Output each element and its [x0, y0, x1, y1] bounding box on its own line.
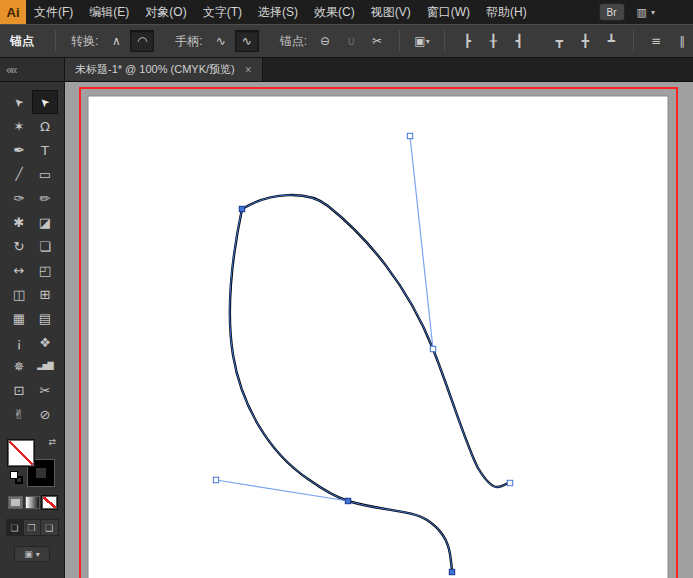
- eraser-tool[interactable]: ◪: [32, 210, 58, 234]
- perspective-grid-tool[interactable]: ⊞: [32, 282, 58, 306]
- default-fill-chip: [10, 471, 18, 479]
- gradient-button[interactable]: [25, 496, 40, 509]
- menu-item-6[interactable]: 视图(V): [363, 0, 419, 24]
- direct-selection-tool[interactable]: ➤: [32, 90, 58, 114]
- anchor-point-3[interactable]: [507, 480, 512, 485]
- lasso-tool[interactable]: Ω: [32, 114, 58, 138]
- screen-mode-button[interactable]: ▣ ▾: [14, 546, 50, 562]
- draw-normal-button[interactable]: ❏: [7, 520, 24, 535]
- align-bottom-button[interactable]: ┻: [599, 30, 623, 52]
- type-tool[interactable]: T: [32, 138, 58, 162]
- shape-builder-tool[interactable]: ◫: [6, 282, 32, 306]
- toolbar-collapse-button[interactable]: ««: [0, 58, 65, 81]
- eyedropper-icon: ¡: [16, 336, 21, 349]
- gradient-icon: ▤: [39, 312, 51, 325]
- distribute-vertical-button[interactable]: ≡: [644, 30, 668, 52]
- show-handles-button[interactable]: ∿: [235, 30, 259, 52]
- menu-item-1[interactable]: 编辑(E): [81, 0, 137, 24]
- anchor-point-5[interactable]: [407, 133, 412, 138]
- cut-path-button[interactable]: ✂: [365, 30, 389, 52]
- pencil-icon: ✏: [40, 192, 51, 205]
- rotate-tool[interactable]: ↻: [6, 234, 32, 258]
- symbol-sprayer-icon: ✵: [14, 360, 25, 373]
- distribute-horizontal-icon: ∥: [679, 34, 685, 48]
- gradient-tool[interactable]: ▤: [32, 306, 58, 330]
- anchor-point-0[interactable]: [239, 206, 244, 211]
- hide-handles-button[interactable]: ∿: [209, 30, 233, 52]
- convert-to-smooth-button[interactable]: ◠: [130, 30, 154, 52]
- magic-wand-icon: ✶: [14, 120, 25, 133]
- menu-item-5[interactable]: 效果(C): [306, 0, 363, 24]
- menu-item-3[interactable]: 文字(T): [195, 0, 250, 24]
- slice-tool[interactable]: ✂: [32, 378, 58, 402]
- document-tab[interactable]: 未标题-1* @ 100% (CMYK/预览) ×: [65, 58, 263, 81]
- blend-icon: ❖: [39, 336, 51, 349]
- bridge-button[interactable]: Br: [599, 3, 625, 21]
- convert-to-corner-button[interactable]: ∧: [104, 30, 128, 52]
- align-right-button[interactable]: ┫: [507, 30, 531, 52]
- none-button[interactable]: [42, 496, 57, 509]
- width-tool[interactable]: ↔: [6, 258, 32, 282]
- separator: [444, 30, 445, 52]
- distribute-horizontal-button[interactable]: ∥: [670, 30, 693, 52]
- close-icon[interactable]: ×: [245, 63, 252, 77]
- default-fill-stroke-icon[interactable]: [10, 471, 23, 484]
- lasso-icon: Ω: [40, 120, 50, 133]
- menu-item-2[interactable]: 对象(O): [137, 0, 194, 24]
- anchor-point-1[interactable]: [345, 498, 350, 503]
- rectangle-tool[interactable]: ▭: [32, 162, 58, 186]
- eyedropper-tool[interactable]: ¡: [6, 330, 32, 354]
- shape-builder-icon: ◫: [13, 288, 25, 301]
- fill-swatch-none[interactable]: [8, 440, 34, 466]
- pencil-tool[interactable]: ✏: [32, 186, 58, 210]
- menu-item-8[interactable]: 帮助(H): [478, 0, 535, 24]
- workspace-switcher-button[interactable]: ▥ ▾: [637, 7, 655, 18]
- scale-icon: ❏: [39, 240, 51, 253]
- menu-item-7[interactable]: 窗口(W): [419, 0, 478, 24]
- line-segment-tool[interactable]: ╱: [6, 162, 32, 186]
- pen-tool[interactable]: ✒: [6, 138, 32, 162]
- align-center-button[interactable]: ╂: [481, 30, 505, 52]
- magic-wand-tool[interactable]: ✶: [6, 114, 32, 138]
- handles-label: 手柄:: [175, 33, 202, 50]
- remove-anchor-button[interactable]: ⊖: [313, 30, 337, 52]
- anchor-point-2[interactable]: [449, 569, 454, 574]
- free-transform-tool[interactable]: ◰: [32, 258, 58, 282]
- menu-item-0[interactable]: 文件(F): [26, 0, 81, 24]
- menu-item-4[interactable]: 选择(S): [250, 0, 306, 24]
- blend-tool[interactable]: ❖: [32, 330, 58, 354]
- selection-tool[interactable]: ➤: [6, 90, 32, 114]
- hand-tool[interactable]: ✌: [6, 402, 32, 426]
- zoom-tool[interactable]: ⊘: [32, 402, 58, 426]
- draw-behind-button[interactable]: ❐: [24, 520, 41, 535]
- symbol-sprayer-tool[interactable]: ✵: [6, 354, 32, 378]
- isolate-object-button[interactable]: ▣ ▾: [410, 30, 434, 52]
- rotate-icon: ↻: [14, 240, 25, 253]
- paintbrush-tool[interactable]: ✑: [6, 186, 32, 210]
- align-center-icon: ╂: [489, 34, 496, 48]
- scale-tool[interactable]: ❏: [32, 234, 58, 258]
- draw-inside-button[interactable]: ❑: [41, 520, 58, 535]
- main-area: ➤➤✶Ω✒T╱▭✑✏✱◪↻❏↔◰◫⊞▦▤¡❖✵▂▅▇⊡✂✌⊘ ⇄ ❏ ❐ ❑ ▣…: [0, 82, 693, 578]
- align-left-button[interactable]: ┣: [455, 30, 479, 52]
- column-graph-tool[interactable]: ▂▅▇: [32, 354, 58, 378]
- anchor-point-6[interactable]: [213, 477, 218, 482]
- slice-icon: ✂: [40, 384, 51, 397]
- menu-bar-right: Br ▥ ▾: [599, 3, 693, 21]
- perspective-grid-icon: ⊞: [40, 288, 51, 301]
- blob-brush-tool[interactable]: ✱: [6, 210, 32, 234]
- align-top-button[interactable]: ┳: [547, 30, 571, 52]
- screen-mode-icon: ▣: [24, 549, 33, 559]
- type-icon: T: [41, 144, 49, 157]
- mesh-tool[interactable]: ▦: [6, 306, 32, 330]
- pen-icon: ✒: [13, 143, 25, 157]
- color-button[interactable]: [8, 496, 23, 509]
- drawing-modes: ❏ ❐ ❑: [6, 519, 59, 536]
- canvas-area[interactable]: [65, 82, 693, 578]
- connect-endpoints-button[interactable]: ∪: [339, 30, 363, 52]
- align-middle-button[interactable]: ╋: [573, 30, 597, 52]
- swap-fill-stroke-icon[interactable]: ⇄: [48, 438, 56, 447]
- remove-anchor-icon: ⊖: [320, 34, 330, 48]
- anchor-point-4[interactable]: [430, 346, 435, 351]
- artboard-tool[interactable]: ⊡: [6, 378, 32, 402]
